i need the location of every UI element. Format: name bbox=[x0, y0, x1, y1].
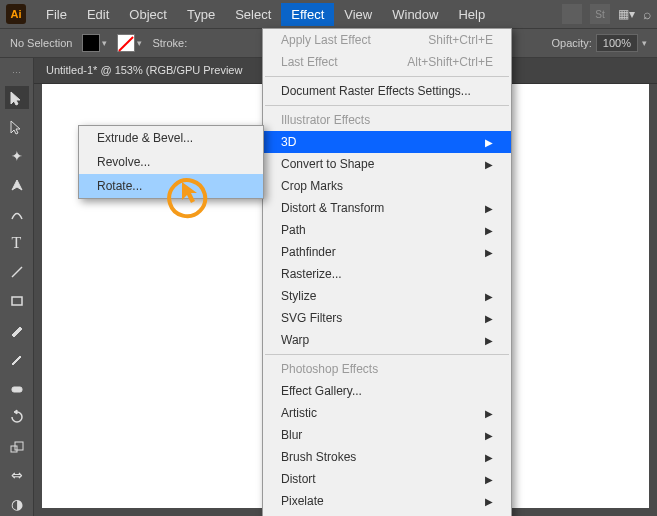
menu-heading-illustrator: Illustrator Effects bbox=[263, 109, 511, 131]
menu-heading-photoshop: Photoshop Effects bbox=[263, 358, 511, 380]
submenu-arrow-icon: ▶ bbox=[485, 313, 493, 324]
width-tool[interactable]: ⇔ bbox=[5, 464, 29, 487]
menu-window[interactable]: Window bbox=[382, 3, 448, 26]
fill-swatch[interactable] bbox=[82, 34, 100, 52]
submenu-arrow-icon: ▶ bbox=[485, 452, 493, 463]
menu-item-distort[interactable]: Distort▶ bbox=[263, 468, 511, 490]
paintbrush-tool[interactable] bbox=[5, 319, 29, 342]
menu-item-path[interactable]: Path▶ bbox=[263, 219, 511, 241]
svg-line-0 bbox=[12, 267, 22, 277]
menu-edit[interactable]: Edit bbox=[77, 3, 119, 26]
menu-item-pixelate[interactable]: Pixelate▶ bbox=[263, 490, 511, 512]
submenu-arrow-icon: ▶ bbox=[485, 335, 493, 346]
menu-file[interactable]: File bbox=[36, 3, 77, 26]
opacity-value[interactable]: 100% bbox=[596, 34, 638, 52]
submenu-arrow-icon: ▶ bbox=[485, 137, 493, 148]
submenu-arrow-icon: ▶ bbox=[485, 430, 493, 441]
menu-item-rasterize[interactable]: Rasterize... bbox=[263, 263, 511, 285]
menu-item-artistic[interactable]: Artistic▶ bbox=[263, 402, 511, 424]
submenu-item-extrude-bevel[interactable]: Extrude & Bevel... bbox=[79, 126, 263, 150]
menu-last-effect: Last EffectAlt+Shift+Ctrl+E bbox=[263, 51, 511, 73]
type-tool[interactable]: T bbox=[5, 231, 29, 254]
bridge-icon[interactable] bbox=[562, 4, 582, 24]
menu-item-3d[interactable]: 3D▶ bbox=[263, 131, 511, 153]
effect-menu: Apply Last EffectShift+Ctrl+E Last Effec… bbox=[262, 28, 512, 516]
menu-apply-last-effect: Apply Last EffectShift+Ctrl+E bbox=[263, 29, 511, 51]
magic-wand-tool[interactable]: ✦ bbox=[5, 144, 29, 167]
submenu-arrow-icon: ▶ bbox=[485, 291, 493, 302]
menu-item-brush-strokes[interactable]: Brush Strokes▶ bbox=[263, 446, 511, 468]
menu-object[interactable]: Object bbox=[119, 3, 177, 26]
pen-tool[interactable] bbox=[5, 173, 29, 196]
arrange-icon[interactable]: ▦▾ bbox=[618, 7, 635, 21]
menu-item-distort-transform[interactable]: Distort & Transform▶ bbox=[263, 197, 511, 219]
pencil-tool[interactable] bbox=[5, 348, 29, 371]
panel-handle[interactable]: ⋯ bbox=[8, 68, 26, 76]
direct-selection-tool[interactable] bbox=[5, 115, 29, 138]
line-tool[interactable] bbox=[5, 260, 29, 283]
submenu-item-revolve[interactable]: Revolve... bbox=[79, 150, 263, 174]
rectangle-tool[interactable] bbox=[5, 289, 29, 312]
submenu-arrow-icon: ▶ bbox=[485, 247, 493, 258]
stroke-swatch[interactable] bbox=[117, 34, 135, 52]
eraser-tool[interactable] bbox=[5, 377, 29, 400]
submenu-3d: Extrude & Bevel...Revolve...Rotate... bbox=[78, 125, 264, 199]
tools-panel: ⋯ ✦ T ⇔ ◑ bbox=[0, 58, 34, 516]
top-right-icons: St ▦▾ ⌕ bbox=[562, 4, 651, 24]
top-menubar: Ai FileEditObjectTypeSelectEffectViewWin… bbox=[0, 0, 657, 28]
menu-raster-settings[interactable]: Document Raster Effects Settings... bbox=[263, 80, 511, 102]
svg-rect-2 bbox=[12, 387, 22, 392]
submenu-arrow-icon: ▶ bbox=[485, 159, 493, 170]
app-logo: Ai bbox=[6, 4, 26, 24]
curvature-tool[interactable] bbox=[5, 202, 29, 225]
selection-tool[interactable] bbox=[5, 86, 29, 109]
menu-type[interactable]: Type bbox=[177, 3, 225, 26]
submenu-arrow-icon: ▶ bbox=[485, 408, 493, 419]
menu-help[interactable]: Help bbox=[448, 3, 495, 26]
menu-item-pathfinder[interactable]: Pathfinder▶ bbox=[263, 241, 511, 263]
menu-item-warp[interactable]: Warp▶ bbox=[263, 329, 511, 351]
menu-item-svg-filters[interactable]: SVG Filters▶ bbox=[263, 307, 511, 329]
submenu-arrow-icon: ▶ bbox=[485, 496, 493, 507]
stroke-label: Stroke: bbox=[152, 37, 187, 49]
submenu-arrow-icon: ▶ bbox=[485, 203, 493, 214]
menu-item-crop-marks[interactable]: Crop Marks bbox=[263, 175, 511, 197]
opacity-label: Opacity: bbox=[552, 37, 592, 49]
scale-tool[interactable] bbox=[5, 435, 29, 458]
menu-item-stylize[interactable]: Stylize▶ bbox=[263, 285, 511, 307]
menu-select[interactable]: Select bbox=[225, 3, 281, 26]
submenu-arrow-icon: ▶ bbox=[485, 225, 493, 236]
menu-view[interactable]: View bbox=[334, 3, 382, 26]
menu-effect[interactable]: Effect bbox=[281, 3, 334, 26]
svg-rect-3 bbox=[11, 446, 17, 452]
menu-item-blur[interactable]: Blur▶ bbox=[263, 424, 511, 446]
svg-rect-1 bbox=[12, 297, 22, 305]
menu-item-sketch[interactable]: Sketch▶ bbox=[263, 512, 511, 516]
search-icon[interactable]: ⌕ bbox=[643, 6, 651, 22]
submenu-item-rotate[interactable]: Rotate... bbox=[79, 174, 263, 198]
selection-status: No Selection bbox=[10, 37, 72, 49]
menu-item-effect-gallery[interactable]: Effect Gallery... bbox=[263, 380, 511, 402]
stock-icon[interactable]: St bbox=[590, 4, 610, 24]
menu-item-convert-to-shape[interactable]: Convert to Shape▶ bbox=[263, 153, 511, 175]
submenu-arrow-icon: ▶ bbox=[485, 474, 493, 485]
rotate-tool[interactable] bbox=[5, 406, 29, 429]
shape-builder-tool[interactable]: ◑ bbox=[5, 493, 29, 516]
